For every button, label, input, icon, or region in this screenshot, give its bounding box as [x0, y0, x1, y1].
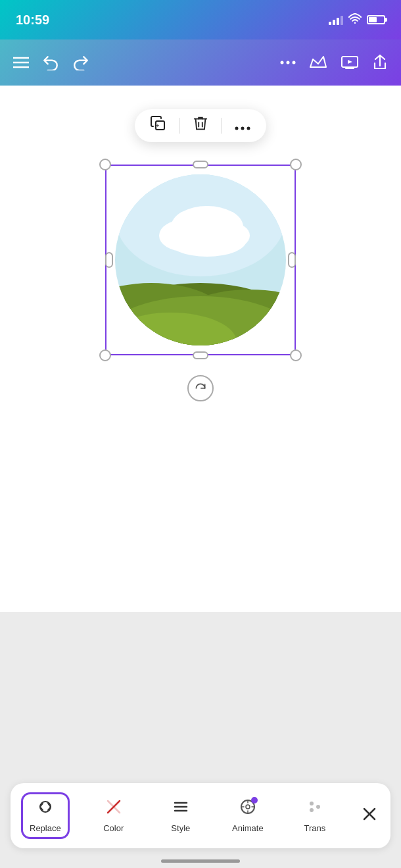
svg-point-15 — [235, 127, 239, 130]
handle-bottom-left[interactable] — [99, 349, 111, 361]
animate-dot — [251, 797, 258, 804]
toolbar-left — [13, 55, 89, 70]
status-icons — [329, 13, 385, 26]
bottom-toolbar: Replace Color Style — [11, 783, 390, 848]
svg-point-4 — [281, 61, 284, 64]
animate-icon — [239, 798, 256, 819]
canvas-element[interactable] — [105, 165, 296, 355]
trans-icon — [306, 798, 323, 819]
copy-icon[interactable]: + — [151, 116, 166, 136]
share-icon[interactable] — [372, 54, 388, 71]
float-action-bar: + — [135, 109, 266, 142]
close-button[interactable] — [359, 804, 380, 829]
status-bar: 10:59 — [0, 0, 401, 39]
present-icon[interactable] — [341, 55, 359, 70]
svg-point-36 — [246, 805, 250, 809]
menu-icon[interactable] — [13, 57, 29, 68]
undo-icon[interactable] — [42, 55, 59, 70]
more-actions-icon[interactable] — [235, 117, 250, 134]
svg-point-24 — [168, 224, 247, 257]
toolbar-right — [280, 54, 388, 71]
color-tool[interactable]: Color — [91, 798, 137, 833]
style-tool[interactable]: Style — [158, 798, 204, 833]
bottom-panel-area: Replace Color Style — [0, 612, 401, 868]
svg-point-43 — [316, 805, 320, 809]
svg-point-17 — [247, 127, 250, 130]
svg-point-41 — [310, 802, 314, 805]
wifi-icon — [348, 13, 362, 26]
crown-icon[interactable] — [309, 55, 327, 70]
handle-top[interactable] — [193, 161, 208, 168]
svg-point-42 — [310, 808, 314, 812]
style-icon — [172, 798, 189, 819]
svg-text:+: + — [156, 122, 159, 129]
handle-top-right[interactable] — [290, 159, 302, 170]
handle-right[interactable] — [288, 252, 296, 268]
more-options-icon[interactable] — [280, 61, 296, 64]
action-divider-2 — [221, 118, 222, 134]
color-label: Color — [103, 823, 124, 833]
redo-icon[interactable] — [72, 55, 89, 70]
trans-tool[interactable]: Trans — [292, 798, 338, 833]
animate-tool[interactable]: Animate — [225, 798, 271, 833]
handle-bottom-right[interactable] — [290, 349, 302, 361]
app-toolbar — [0, 39, 401, 86]
signal-icon — [329, 14, 343, 25]
handle-top-left[interactable] — [99, 159, 111, 170]
status-time: 10:59 — [16, 13, 49, 28]
canvas-area: + — [0, 86, 401, 612]
svg-point-5 — [287, 61, 290, 64]
replace-label: Replace — [30, 823, 61, 833]
action-divider — [179, 118, 180, 134]
color-icon — [105, 798, 122, 819]
battery-icon — [367, 15, 385, 24]
selection-box — [105, 165, 296, 355]
handle-bottom[interactable] — [193, 351, 208, 359]
svg-point-16 — [241, 127, 245, 130]
rotate-handle[interactable] — [187, 375, 214, 401]
replace-icon — [37, 798, 54, 819]
handle-left[interactable] — [105, 252, 113, 268]
trans-label: Trans — [304, 823, 326, 833]
home-indicator — [161, 859, 240, 863]
svg-point-6 — [293, 61, 296, 64]
style-label: Style — [171, 823, 190, 833]
svg-point-0 — [354, 22, 356, 24]
delete-icon[interactable] — [193, 116, 208, 136]
animate-label: Animate — [232, 823, 264, 833]
replace-tool[interactable]: Replace — [21, 792, 70, 839]
svg-marker-8 — [348, 60, 352, 64]
scene-illustration — [105, 165, 296, 355]
